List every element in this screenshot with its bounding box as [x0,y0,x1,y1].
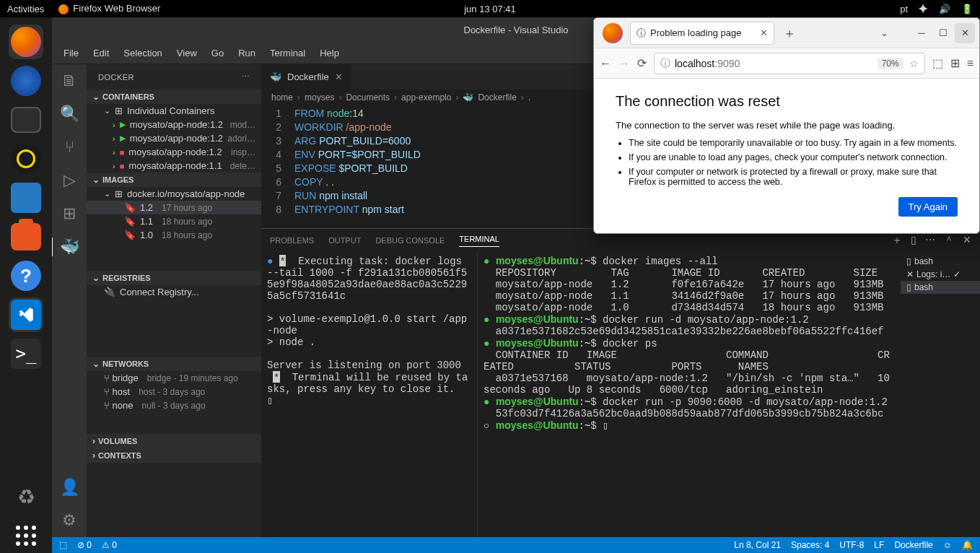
container-item[interactable]: › ■ moysato/app-node:1.1 dete… [87,159,261,173]
settings-gear-icon[interactable]: ⚙ [62,511,76,530]
firefox-tab[interactable]: ⓘ Problem loading page ✕ [630,22,774,45]
image-tag-item[interactable]: 🔖 1.2 17 hours ago [87,201,261,214]
dock-apps-grid[interactable] [9,518,43,553]
dock-terminal[interactable]: >_ [9,336,43,371]
dock-files[interactable] [9,103,43,137]
network-item[interactable]: ⑂ bridge bridge - 19 minutes ago [87,371,261,385]
menu-selection[interactable]: Selection [118,45,167,61]
section-contexts[interactable]: CONTEXTS [87,448,261,463]
network-icon[interactable]: ⯌ [919,4,928,14]
section-registries[interactable]: REGISTRIES [87,271,261,285]
image-tag-item[interactable]: 🔖 1.0 18 hours ago [87,228,261,242]
current-app[interactable]: Firefox Web Browser [58,3,160,14]
run-debug-icon[interactable]: ▷ [64,171,76,190]
maximize-panel-icon[interactable]: ＾ [944,234,954,247]
dock-help[interactable]: ? [9,258,43,293]
container-item[interactable]: › ■ moysato/app-node:1.2 insp… [87,145,261,159]
close-window-button[interactable]: ✕ [955,23,975,43]
status-errors[interactable]: ⊘ 0 [77,540,92,550]
extensions-icon[interactable]: ⊞ [63,204,76,223]
accounts-icon[interactable]: 👤 [60,478,79,497]
terminal-right[interactable]: ● moyses@Ubuntu:~$ docker images --all R… [478,252,901,537]
url-bar[interactable]: ⓘ localhost:9090 70% ☆ [654,53,925,74]
zoom-level[interactable]: 70% [878,58,904,69]
error-desc: The connection to the server was reset w… [616,120,958,131]
docker-icon[interactable]: 🐳 [52,238,86,256]
container-item[interactable]: › ▶ moysato/app-node:1.2 mod… [87,118,261,131]
new-terminal-icon[interactable]: ＋ [892,234,902,247]
panel-tab-problems[interactable]: PROBLEMS [270,236,314,245]
clock[interactable]: jun 13 07:41 [464,4,516,14]
individual-containers-group[interactable]: ⌄ ⊞ Individual Containers [87,104,261,118]
explorer-icon[interactable]: 🗎 [61,71,77,90]
error-title: The connection was reset [616,93,958,110]
new-tab-button[interactable]: ＋ [777,25,802,42]
tab-dockerfile[interactable]: 🐳 Dockerfile ✕ [261,64,352,90]
tabs-dropdown-icon[interactable]: ⌄ [874,23,894,43]
try-again-button[interactable]: Try Again [898,197,958,217]
pocket-icon[interactable]: ⬚ [932,56,943,70]
dock-software[interactable] [9,219,43,254]
panel-tab-debug console[interactable]: DEBUG CONSOLE [375,236,445,245]
panel-tab-terminal[interactable]: TERMINAL [459,235,499,247]
status-encoding[interactable]: UTF-8 [839,540,864,550]
section-networks[interactable]: NETWORKS [87,357,261,371]
volume-icon[interactable]: 🔊 [939,4,950,14]
container-item[interactable]: › ▶ moysato/app-node:1.2 adori… [87,131,261,145]
search-icon[interactable]: 🔍 [60,105,79,123]
status-eol[interactable]: LF [874,540,884,550]
status-language[interactable]: Dockerfile [894,540,932,550]
network-item[interactable]: ⑂ none null - 3 days ago [87,399,261,412]
terminal-list-item[interactable]: ✕ Logs: i… ✓ [901,268,980,281]
status-spaces[interactable]: Spaces: 4 [791,540,829,550]
network-item[interactable]: ⑂ host host - 3 days ago [87,385,261,399]
dock-thunderbird[interactable] [9,64,43,98]
menu-run[interactable]: Run [232,45,261,61]
menu-edit[interactable]: Edit [87,45,115,61]
menu-file[interactable]: File [58,45,84,61]
feedback-icon[interactable]: ☺ [943,540,952,550]
close-tab-icon[interactable]: ✕ [335,71,343,82]
section-volumes[interactable]: VOLUMES [87,434,261,448]
overflow-icon[interactable]: ⋯ [925,234,935,247]
split-terminal-icon[interactable]: ▯ [911,234,916,247]
more-icon[interactable]: ⋯ [242,72,250,82]
panel-tab-output[interactable]: OUTPUT [328,236,361,245]
forward-button[interactable]: → [618,57,630,70]
minimize-button[interactable]: ─ [911,23,932,43]
dock-writer[interactable] [9,180,43,215]
gnome-top-bar: Activities Firefox Web Browser jun 13 07… [0,0,980,17]
close-panel-icon[interactable]: ✕ [963,234,971,247]
activities-button[interactable]: Activities [7,4,44,14]
extensions-icon[interactable]: ⊞ [950,56,960,70]
menu-view[interactable]: View [171,45,203,61]
dock-trash[interactable]: ♻ [9,479,43,514]
menu-go[interactable]: Go [206,45,229,61]
reload-button[interactable]: ⟳ [637,56,647,70]
source-control-icon[interactable]: ⑂ [65,138,74,157]
status-warnings[interactable]: ⚠ 0 [102,540,117,550]
close-tab-icon[interactable]: ✕ [760,27,768,38]
menu-terminal[interactable]: Terminal [264,45,311,61]
connect-registry[interactable]: 🔌 Connect Registry... [87,285,261,299]
app-menu-icon[interactable]: ≡ [967,57,974,70]
terminal-list-item[interactable]: ▯ bash [901,281,980,294]
dock-vscode[interactable] [9,297,43,332]
maximize-button[interactable]: ☐ [933,23,953,43]
section-containers[interactable]: CONTAINERS [87,90,261,104]
lang-indicator[interactable]: pt [900,4,908,14]
battery-icon[interactable]: 🔋 [961,4,973,14]
back-button[interactable]: ← [600,57,611,70]
terminal-left[interactable]: ● * Executing task: docker logs --tail 1… [261,252,478,537]
dock-firefox[interactable] [9,25,43,59]
cursor-position[interactable]: Ln 8, Col 21 [734,540,781,550]
notifications-icon[interactable]: 🔔 [962,540,973,550]
terminal-list-item[interactable]: ▯ bash [901,255,980,268]
image-repo[interactable]: ⌄ ⊞ docker.io/moysato/app-node [87,187,261,201]
section-images[interactable]: IMAGES [87,173,261,187]
dock-rhythmbox[interactable] [9,141,43,176]
bookmark-icon[interactable]: ☆ [909,58,919,69]
remote-indicator[interactable]: ⬚ [59,540,67,550]
image-tag-item[interactable]: 🔖 1.1 18 hours ago [87,214,261,228]
menu-help[interactable]: Help [314,45,345,61]
